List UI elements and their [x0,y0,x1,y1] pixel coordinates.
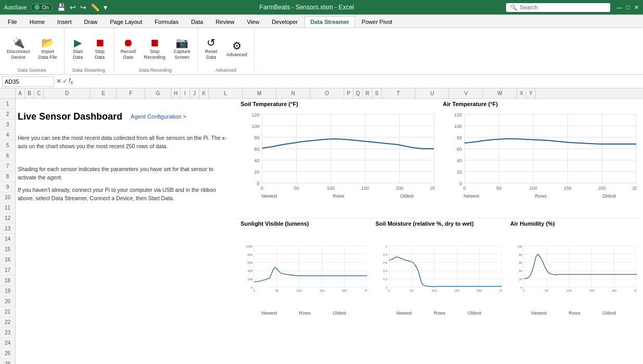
col-n[interactable]: N [276,88,310,98]
data-streaming-label: Data Streaming [68,68,110,74]
tab-developer[interactable]: Developer [266,16,304,28]
sheet-content: Live Sensor Dashboard Agent Configuratio… [16,99,643,364]
pen-icon[interactable]: ✏️ [91,3,99,11]
tab-data[interactable]: Data [185,16,209,28]
col-r[interactable]: R [363,88,372,98]
disconnect-device-btn[interactable]: 🔌 DisconnectDevice [3,33,34,64]
svg-text:0: 0 [521,286,523,289]
col-i[interactable]: I [181,88,190,98]
formula-input[interactable] [75,77,641,86]
start-data-btn[interactable]: ▶ StartData [68,33,89,64]
tab-review[interactable]: Review [210,16,240,28]
capture-icon: 📷 [175,37,188,48]
svg-text:600: 600 [247,261,253,264]
col-x[interactable]: X [517,88,526,98]
advanced-btn[interactable]: ⚙ Advanced [223,33,251,64]
col-p[interactable]: P [344,88,354,98]
search-box[interactable]: 🔍 Search [506,3,610,12]
redo-icon[interactable]: ↪ [80,3,86,11]
stop-recording-btn[interactable]: ⏹ StopRecording [141,33,169,64]
svg-text:0.6: 0.6 [383,261,388,264]
air-humidity-svg: 100 80 60 40 20 0 0 50 100 150 200 250 [510,229,637,309]
svg-text:50: 50 [496,186,501,191]
tab-data-streamer[interactable]: Data Streamer [305,16,355,28]
col-u[interactable]: U [415,88,449,98]
svg-text:400: 400 [247,269,253,272]
col-j[interactable]: J [190,88,199,98]
tab-formulas[interactable]: Formulas [149,16,184,28]
insert-function-icon[interactable]: fx [69,77,73,85]
col-c[interactable]: C [34,88,44,98]
col-o[interactable]: O [310,88,344,98]
tab-view[interactable]: View [241,16,265,28]
col-v[interactable]: V [449,88,483,98]
col-s[interactable]: S [372,88,382,98]
svg-text:40: 40 [457,158,462,163]
start-icon: ▶ [74,37,82,48]
svg-text:200: 200 [247,278,253,281]
svg-text:20: 20 [519,278,522,281]
svg-text:0: 0 [388,289,390,292]
col-w[interactable]: W [483,88,517,98]
svg-text:60: 60 [519,261,522,264]
ribbon-tabs: File Home Insert Draw Page Layout Formul… [0,15,643,28]
svg-text:100: 100 [454,124,462,129]
svg-text:200: 200 [477,289,483,292]
tab-power-pivot[interactable]: Power Pivot [356,16,398,28]
svg-text:200: 200 [396,186,404,191]
confirm-formula-icon[interactable]: ✓ [62,77,68,85]
col-q[interactable]: Q [354,88,363,98]
undo-icon[interactable]: ↩ [70,3,76,11]
tab-file[interactable]: File [2,16,23,28]
name-box[interactable] [2,76,54,87]
autosave-toggle[interactable]: On [31,4,52,11]
svg-text:20: 20 [457,170,462,175]
tab-insert[interactable]: Insert [52,16,78,28]
desc-3: If you haven't already, connect your Pi … [18,186,230,203]
col-m[interactable]: M [243,88,276,98]
agent-config-link[interactable]: Agent Configuration > [131,113,186,120]
col-h[interactable]: H [171,88,181,98]
svg-text:800: 800 [247,253,253,256]
svg-text:100: 100 [251,124,259,129]
svg-text:50: 50 [294,186,299,191]
import-data-file-btn[interactable]: 📂 ImportData File [35,33,61,64]
reset-data-btn[interactable]: ↺ ResetData [201,33,222,64]
svg-text:0: 0 [254,289,256,292]
save-icon[interactable]: 💾 [57,3,66,11]
soil-temp-title: Soil Temperature (°F) [241,101,435,107]
maximize-btn[interactable]: □ [626,4,630,10]
col-t[interactable]: T [382,88,415,98]
ribbon-group-advanced: ↺ ResetData ⚙ Advanced Advanced [198,28,255,74]
col-a[interactable]: A [16,88,25,98]
cancel-formula-icon[interactable]: ✕ [56,77,61,85]
soil-moisture-title: Soil Moisture (relative %, dry to wet) [375,220,502,227]
tab-draw[interactable]: Draw [79,16,104,28]
capture-screen-btn[interactable]: 📷 CaptureScreen [170,33,194,64]
title-bar-left: AutoSave On 💾 ↩ ↪ ✏️ ▾ [4,3,107,11]
air-temp-svg: 120 100 80 60 40 20 0 0 50 100 150 200 [443,109,637,192]
col-y[interactable]: Y [526,88,536,98]
tab-home[interactable]: Home [24,16,51,28]
customize-icon[interactable]: ▾ [104,3,107,11]
col-k[interactable]: K [199,88,209,98]
svg-text:1000: 1000 [246,245,253,248]
sunlight-title: Sunlight Visible (lumens) [241,220,367,227]
record-data-btn[interactable]: ⏺ RecordData [117,33,140,64]
col-f[interactable]: F [117,88,145,98]
stop-data-btn[interactable]: ⏹ StopData [90,33,110,64]
column-headers: A B C D E F G H I J K L M N O P Q R S T … [0,88,643,99]
tab-page-layout[interactable]: Page Layout [104,16,148,28]
air-humidity-chart: Air Humidity (%) [506,218,641,338]
svg-text:100: 100 [327,186,335,191]
col-e[interactable]: E [91,88,117,98]
search-icon: 🔍 [510,4,518,11]
col-d[interactable]: D [44,88,91,98]
minimize-btn[interactable]: — [616,4,622,10]
col-g[interactable]: G [145,88,171,98]
close-btn[interactable]: ✕ [634,4,639,11]
sunlight-svg: 1000 800 600 400 200 0 0 50 100 150 200 … [241,229,367,309]
col-l[interactable]: L [209,88,243,98]
col-b[interactable]: B [25,88,34,98]
svg-text:100: 100 [432,289,437,292]
